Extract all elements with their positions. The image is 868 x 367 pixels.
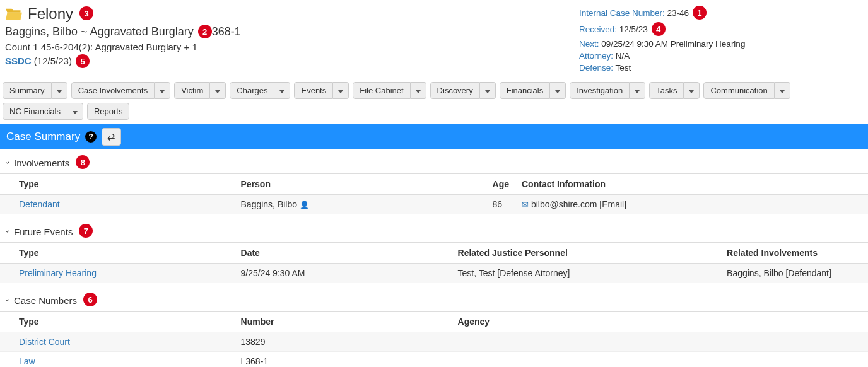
event-type-link[interactable]: Preliminary Hearing bbox=[19, 268, 97, 278]
count-line: Count 1 45-6-204(2): Aggravated Burglary… bbox=[5, 42, 579, 52]
annotation-8: 8 bbox=[76, 155, 90, 169]
email-icon[interactable]: ✉ bbox=[522, 200, 529, 209]
annotation-3: 3 bbox=[79, 6, 93, 20]
col-age: Age bbox=[486, 174, 515, 195]
help-icon[interactable]: ? bbox=[85, 131, 97, 143]
tab-case-involvements[interactable]: Case Involvements bbox=[71, 82, 155, 99]
col-personnel: Related Justice Personnel bbox=[452, 243, 721, 264]
col-type: Type bbox=[0, 243, 235, 264]
tab-events[interactable]: Events bbox=[294, 82, 333, 99]
col-date: Date bbox=[235, 243, 452, 264]
annotation-5: 5 bbox=[76, 54, 90, 68]
tab-nc-financials[interactable]: NC Financials bbox=[3, 103, 67, 120]
ssdc-date: (12/5/23) bbox=[32, 55, 72, 66]
case-number-type-link[interactable]: District Court bbox=[19, 337, 70, 347]
case-charge: Aggravated Burglary bbox=[90, 25, 197, 38]
next-value: 09/25/24 9:30 AM Preliminary Hearing bbox=[599, 39, 746, 49]
case-number-value: 13829 bbox=[235, 332, 452, 352]
tab-tasks[interactable]: Tasks bbox=[649, 82, 684, 99]
event-date: 9/25/24 9:30 AM bbox=[235, 264, 452, 283]
col-related-inv: Related Involvements bbox=[720, 243, 868, 264]
refresh-button[interactable]: ⇄ bbox=[102, 128, 121, 146]
caret-down-icon bbox=[215, 90, 220, 93]
section-future-events-header[interactable]: › Future Events 7 bbox=[0, 218, 868, 242]
next-label[interactable]: Next: bbox=[579, 39, 599, 49]
section-involvements-header[interactable]: › Involvements 8 bbox=[0, 149, 868, 173]
involvement-person: Baggins, Bilbo bbox=[241, 199, 298, 209]
table-row: Law L368-1 bbox=[0, 352, 868, 368]
col-contact: Contact Information bbox=[515, 174, 868, 195]
defense-label[interactable]: Defense: bbox=[579, 63, 613, 73]
case-summary-bar: Case Summary ? ⇄ bbox=[0, 124, 868, 149]
section-case-numbers-title: Case Numbers bbox=[14, 295, 77, 306]
tab-financials[interactable]: Financials bbox=[500, 82, 551, 99]
case-subject-line: Baggins, Bilbo ~ Aggravated Burglary 236… bbox=[5, 25, 579, 39]
caret-down-icon bbox=[780, 90, 785, 93]
section-involvements-title: Involvements bbox=[14, 158, 69, 168]
involvement-type-link[interactable]: Defendant bbox=[19, 199, 60, 209]
tab-charges-caret[interactable] bbox=[274, 82, 290, 99]
person-icon[interactable]: 👤 bbox=[300, 201, 309, 209]
involvement-contact: bilbo@shire.com [Email] bbox=[529, 199, 626, 209]
col-number: Number bbox=[235, 312, 452, 332]
tab-summary-caret[interactable] bbox=[52, 82, 67, 99]
annotation-6: 6 bbox=[83, 293, 97, 306]
case-number-value: L368-1 bbox=[235, 352, 452, 368]
section-case-numbers-header[interactable]: › Case Numbers 6 bbox=[0, 287, 868, 311]
annotation-2: 2 bbox=[198, 25, 212, 38]
event-personnel: Test, Test [Defense Attorney] bbox=[452, 264, 721, 283]
tab-file-cabinet[interactable]: File Cabinet bbox=[353, 82, 410, 99]
col-agency: Agency bbox=[452, 312, 868, 332]
chevron-down-icon: › bbox=[3, 299, 12, 301]
attorney-label[interactable]: Attorney: bbox=[579, 51, 613, 61]
tab-investigation-caret[interactable] bbox=[630, 82, 645, 99]
tab-discovery[interactable]: Discovery bbox=[430, 82, 480, 99]
attorney-value: N/A bbox=[613, 51, 630, 61]
table-header-row: Type Person Age Contact Information bbox=[0, 174, 868, 195]
internal-case-number-label[interactable]: Internal Case Number: bbox=[579, 8, 665, 18]
col-person: Person bbox=[235, 174, 486, 195]
chevron-down-icon: › bbox=[3, 230, 12, 233]
table-row: Preliminary Hearing 9/25/24 9:30 AM Test… bbox=[0, 264, 868, 283]
tab-file-cabinet-caret[interactable] bbox=[411, 82, 426, 99]
tab-victim[interactable]: Victim bbox=[174, 82, 210, 99]
caret-down-icon bbox=[689, 90, 694, 93]
tab-summary[interactable]: Summary bbox=[3, 82, 52, 99]
caret-down-icon bbox=[57, 90, 62, 93]
tab-case-involvements-caret[interactable] bbox=[155, 82, 170, 99]
case-summary-title: Case Summary bbox=[6, 131, 80, 143]
chevron-down-icon: › bbox=[3, 161, 12, 164]
case-numbers-table: Type Number Agency District Court 13829 … bbox=[0, 311, 868, 367]
internal-case-number-value: 23-46 bbox=[665, 8, 689, 18]
tab-communication[interactable]: Communication bbox=[703, 82, 774, 99]
caret-down-icon bbox=[485, 90, 490, 93]
ssdc-link[interactable]: SSDC bbox=[5, 55, 32, 66]
case-number-agency bbox=[452, 352, 868, 368]
col-type: Type bbox=[0, 312, 235, 332]
table-row: District Court 13829 bbox=[0, 332, 868, 352]
caret-down-icon bbox=[338, 90, 343, 93]
tab-reports[interactable]: Reports bbox=[87, 103, 130, 120]
tab-financials-caret[interactable] bbox=[550, 82, 566, 99]
involvement-age: 86 bbox=[486, 195, 515, 214]
case-number-type-link[interactable]: Law bbox=[19, 356, 35, 366]
tab-communication-caret[interactable] bbox=[775, 82, 790, 99]
received-value: 12/5/23 bbox=[617, 25, 648, 34]
caret-down-icon bbox=[635, 90, 640, 93]
tab-investigation[interactable]: Investigation bbox=[570, 82, 630, 99]
tab-discovery-caret[interactable] bbox=[480, 82, 496, 99]
col-type: Type bbox=[0, 174, 235, 195]
tab-tasks-caret[interactable] bbox=[684, 82, 700, 99]
tab-charges[interactable]: Charges bbox=[230, 82, 274, 99]
case-type: Felony bbox=[28, 5, 73, 23]
tab-events-caret[interactable] bbox=[333, 82, 349, 99]
received-label[interactable]: Received: bbox=[579, 25, 617, 34]
future-events-table: Type Date Related Justice Personnel Rela… bbox=[0, 242, 868, 283]
caret-down-icon bbox=[555, 90, 560, 93]
annotation-4: 4 bbox=[652, 22, 666, 36]
tab-nc-financials-caret[interactable] bbox=[67, 103, 83, 120]
case-law-number: 368-1 bbox=[212, 25, 241, 38]
folder-open-icon bbox=[5, 6, 23, 21]
event-involvement: Baggins, Bilbo [Defendant] bbox=[720, 264, 868, 283]
tab-victim-caret[interactable] bbox=[210, 82, 226, 99]
